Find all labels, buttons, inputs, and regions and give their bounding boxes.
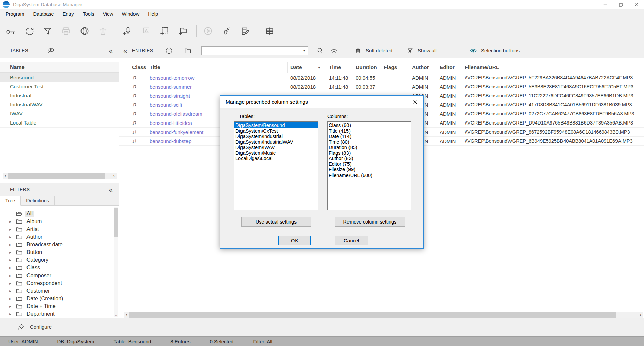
toolbar-selection-add-icon[interactable] <box>158 24 171 38</box>
collapse-filters-panel-button[interactable]: « <box>109 186 113 193</box>
dialog-column-item[interactable]: Class (60) <box>328 122 411 128</box>
tree-item[interactable]: ▸Author <box>0 233 113 241</box>
scrollbar-thumb[interactable] <box>129 312 616 318</box>
tree-item[interactable]: ▸Customer <box>0 287 113 295</box>
column-header-author[interactable]: Author <box>409 62 437 73</box>
tree-item[interactable]: ▸Composer <box>0 271 113 279</box>
dialog-table-item[interactable]: DigaSystem\CxTest <box>234 128 318 134</box>
expand-arrow-icon[interactable]: ▸ <box>9 235 14 239</box>
column-header-date[interactable]: Date▾ <box>288 62 326 73</box>
tree-vertical-scrollbar[interactable]: ⌄ <box>114 207 118 317</box>
menu-database[interactable]: Database <box>29 9 58 19</box>
cancel-button[interactable]: Cancel <box>335 236 368 245</box>
toolbar-edit-document-icon[interactable] <box>238 24 252 38</box>
expand-arrow-icon[interactable]: ▸ <box>9 242 14 247</box>
column-header-duration[interactable]: Duration <box>353 62 381 73</box>
tables-name-column-header[interactable]: Name <box>0 62 119 73</box>
tree-item[interactable]: ▸Button <box>0 248 113 256</box>
dialog-table-item[interactable]: DigaSystem\Music <box>234 150 318 156</box>
dialog-table-item[interactable]: DigaSystem\Bensound <box>234 122 318 128</box>
menu-tools[interactable]: Tools <box>78 9 99 19</box>
expand-arrow-icon[interactable]: ▸ <box>9 312 14 316</box>
tree-item[interactable]: ▸Album <box>0 217 113 225</box>
column-header-time[interactable]: Time <box>326 62 353 73</box>
use-actual-settings-button[interactable]: Use actual settings <box>241 217 311 227</box>
tab-definitions[interactable]: Definitions <box>21 196 55 205</box>
toolbar-refresh-icon[interactable] <box>22 24 36 38</box>
collapse-tables-panel-button[interactable]: « <box>109 47 113 54</box>
dialog-column-item[interactable]: Author (83) <box>328 156 411 161</box>
dialog-column-item[interactable]: Flags (83) <box>328 150 411 156</box>
tree-item[interactable]: ▸Broadcast date <box>0 241 113 248</box>
dialog-column-item[interactable]: Editor (75) <box>328 161 411 167</box>
ok-button[interactable]: OK <box>278 236 311 245</box>
toolbar-microphone-add-icon[interactable] <box>121 24 135 38</box>
dialog-column-item[interactable]: Filesize (99) <box>328 167 411 172</box>
restore-button[interactable] <box>613 0 629 9</box>
expand-arrow-icon[interactable]: ▸ <box>9 250 14 255</box>
scroll-left-icon[interactable]: ‹ <box>124 312 129 318</box>
expand-arrow-icon[interactable]: ▸ <box>9 289 14 293</box>
combo-dropdown-icon[interactable]: ▼ <box>300 49 308 52</box>
menu-view[interactable]: View <box>98 9 117 19</box>
toolbar-broadcast-icon[interactable] <box>220 24 233 38</box>
info-icon[interactable] <box>165 47 173 55</box>
menu-program[interactable]: Program <box>1 9 29 19</box>
toolbar-key-icon[interactable] <box>4 24 17 38</box>
tree-item[interactable]: ▸Artist <box>0 225 113 233</box>
table-list-item[interactable]: Local Table <box>0 118 119 128</box>
tree-item[interactable]: ▸Department <box>0 310 113 318</box>
dialog-close-button[interactable] <box>407 96 423 108</box>
toolbar-table-columns-icon[interactable] <box>263 24 276 38</box>
dialog-tables-listbox[interactable]: DigaSystem\BensoundDigaSystem\CxTestDiga… <box>234 121 318 210</box>
table-list-item[interactable]: Industrial <box>0 91 119 100</box>
expand-arrow-icon[interactable]: ▸ <box>9 281 14 286</box>
table-list-item[interactable]: IWAV <box>0 109 119 118</box>
double-search-icon[interactable] <box>47 47 55 55</box>
dialog-columns-listbox[interactable]: Class (60)Title (415)Date (114)Time (80)… <box>327 121 411 210</box>
expand-arrow-icon[interactable]: ▸ <box>9 265 14 270</box>
scroll-right-icon[interactable]: › <box>111 173 117 179</box>
entries-horizontal-scrollbar[interactable]: ‹ › <box>124 312 643 318</box>
sort-descending-icon[interactable]: ▾ <box>318 65 320 70</box>
entry-row[interactable]: ♫bensound-summer08/02/201814:11:4800:03:… <box>119 82 644 91</box>
close-button[interactable] <box>629 0 644 9</box>
remove-column-settings-button[interactable]: Remove column settings <box>335 217 405 227</box>
dialog-column-item[interactable]: Date (114) <box>328 134 411 139</box>
configure-button[interactable]: Configure <box>17 323 52 331</box>
expand-arrow-icon[interactable]: ▸ <box>9 273 14 278</box>
show-all-toggle[interactable]: Show all <box>406 47 437 54</box>
entries-filter-combobox[interactable]: ▼ <box>201 46 308 55</box>
expand-arrow-icon[interactable]: ▸ <box>9 258 14 262</box>
table-list-item[interactable]: Bensound <box>0 73 119 82</box>
toolbar-globe-icon[interactable] <box>78 24 91 38</box>
entries-filter-input[interactable] <box>202 47 300 55</box>
toolbar-new-folder-icon[interactable] <box>176 24 190 38</box>
dialog-column-item[interactable]: Filename/URL (600) <box>328 172 411 178</box>
entry-row[interactable]: ♫bensound-tomorrow08/02/201814:11:4800:0… <box>119 73 644 82</box>
column-header-editor[interactable]: Editor <box>437 62 462 73</box>
toolbar-filter-icon[interactable] <box>41 24 54 38</box>
tree-item[interactable]: ▸Date (Creation) <box>0 295 113 302</box>
column-header-class[interactable]: Class <box>119 62 147 73</box>
gear-icon[interactable] <box>330 47 338 55</box>
expand-arrow-icon[interactable]: ▸ <box>9 304 14 309</box>
scrollbar-thumb[interactable] <box>8 173 105 179</box>
expand-arrow-icon[interactable]: ▸ <box>9 296 14 301</box>
dialog-table-item[interactable]: DigaSystem\IWAV <box>234 145 318 150</box>
tree-item[interactable]: ▸Class <box>0 264 113 271</box>
tree-item[interactable]: ▸Correspondent <box>0 279 113 287</box>
tree-item[interactable]: ▸Date + Time <box>0 302 113 310</box>
dialog-table-item[interactable]: DigaSystem\Industrial <box>234 134 318 139</box>
scrollbar-thumb[interactable] <box>114 208 118 237</box>
entry-title-link[interactable]: bensound-tomorrow <box>147 73 288 82</box>
table-list-item[interactable]: Customer Test <box>0 82 119 91</box>
column-header-flags[interactable]: Flags <box>381 62 409 73</box>
expand-arrow-icon[interactable]: ▸ <box>9 227 14 232</box>
soft-deleted-toggle[interactable]: Soft deleted <box>354 47 392 54</box>
collapse-entries-panel-button[interactable]: « <box>123 47 127 54</box>
scroll-right-icon[interactable]: › <box>638 312 643 318</box>
entry-title-link[interactable]: bensound-summer <box>147 82 288 91</box>
table-list-item[interactable]: IndustrialWAV <box>0 100 119 109</box>
dialog-column-item[interactable]: Time (80) <box>328 139 411 145</box>
